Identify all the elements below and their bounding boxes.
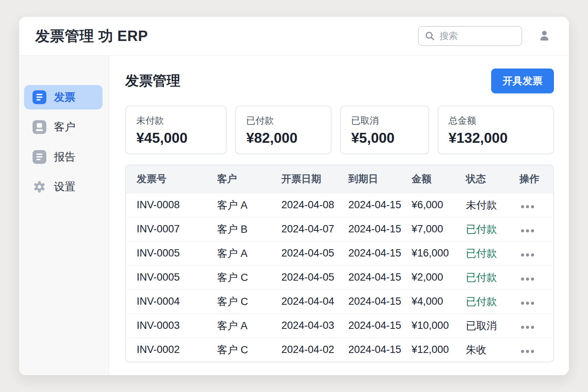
status-badge: 朱收	[466, 338, 519, 362]
stat-value: ¥132,000	[449, 130, 543, 146]
cell-issue-date: 2024-04-03	[281, 314, 348, 338]
row-actions-button[interactable]	[519, 226, 536, 235]
cell-due-date: 2024-04-15	[348, 338, 412, 362]
stat-label: 未付款	[136, 114, 216, 127]
cell-invoice-no: INV-0005	[126, 241, 217, 265]
sidebar-item-label: 设置	[54, 180, 75, 194]
search-placeholder: 搜索	[439, 30, 458, 42]
invoice-icon	[33, 90, 46, 104]
cell-amount: ¥7,000	[412, 217, 466, 241]
stat-label: 已取消	[351, 114, 418, 127]
cell-customer: 客户 A	[217, 193, 281, 217]
row-actions-button[interactable]	[519, 323, 536, 332]
status-badge: 已付款	[466, 241, 519, 265]
cell-amount: ¥2,000	[412, 265, 466, 289]
page-head: 发票管理 开具发票	[125, 69, 554, 93]
cell-issue-date: 2024-04-02	[281, 338, 348, 362]
sidebar-item-label: 发票	[54, 90, 75, 105]
table-row: INV-0004 客户 C 2024-04-04 2024-04-15 ¥4,0…	[126, 289, 554, 314]
sidebar: 发票 客户 报告 设置	[19, 56, 109, 375]
cell-invoice-no: INV-0005	[126, 265, 217, 289]
cell-amount: ¥16,000	[412, 241, 466, 265]
search-input[interactable]: 搜索	[418, 26, 522, 46]
status-badge: 未付款	[466, 193, 519, 217]
cell-issue-date: 2024-04-04	[281, 289, 348, 314]
cell-due-date: 2024-04-15	[348, 289, 412, 314]
stat-value: ¥45,000	[136, 130, 216, 146]
col-actions: 操作	[519, 165, 554, 193]
stat-cards: 未付款 ¥45,000 已付款 ¥82,000 已取消 ¥5,000 总金额 ¥…	[125, 106, 554, 154]
app-title: 发票管理 功 ERP	[35, 26, 148, 46]
stat-card-unpaid: 未付款 ¥45,000	[125, 106, 227, 154]
app-body: 发票 客户 报告 设置 发	[19, 56, 569, 375]
col-amount: 金额	[412, 165, 466, 193]
cell-issue-date: 2024-04-07	[281, 217, 348, 241]
status-badge: 已付款	[466, 289, 519, 314]
sidebar-item-customers[interactable]: 客户	[24, 115, 103, 139]
cell-customer: 客户 A	[217, 241, 281, 265]
cell-invoice-no: INV-0002	[126, 338, 217, 362]
reports-icon	[33, 150, 46, 164]
row-actions-button[interactable]	[519, 250, 536, 260]
cell-amount: ¥4,000	[412, 289, 466, 314]
user-avatar-icon[interactable]	[537, 28, 552, 44]
customers-icon	[33, 120, 46, 134]
cell-customer: 客户 A	[217, 314, 281, 338]
cell-amount: ¥12,000	[412, 338, 466, 362]
stat-card-total: 总金额 ¥132,000	[438, 106, 554, 154]
row-actions-button[interactable]	[519, 202, 536, 211]
search-icon	[425, 31, 435, 41]
cell-invoice-no: INV-0007	[126, 217, 217, 241]
cell-due-date: 2024-04-15	[348, 241, 412, 265]
table-row: INV-0008 客户 A 2024-04-08 2024-04-15 ¥6,0…	[126, 193, 554, 217]
cell-issue-date: 2024-04-05	[281, 265, 348, 289]
main-content: 发票管理 开具发票 未付款 ¥45,000 已付款 ¥82,000 已取消 ¥5…	[109, 56, 569, 375]
cell-invoice-no: INV-0003	[126, 314, 217, 338]
status-badge: 已取消	[466, 314, 519, 338]
create-invoice-button[interactable]: 开具发票	[491, 69, 554, 93]
status-badge: 已付款	[466, 265, 519, 289]
invoice-table: 发票号 客户 开票日期 到期日 金额 状态 操作 INV-0008 客户 A	[125, 165, 554, 363]
stat-card-cancelled: 已取消 ¥5,000	[340, 106, 429, 154]
table-row: INV-0003 客户 A 2024-04-03 2024-04-15 ¥10,…	[126, 314, 554, 338]
cell-amount: ¥6,000	[412, 193, 466, 217]
table-row: INV-0007 客户 B 2024-04-07 2024-04-15 ¥7,0…	[126, 217, 554, 241]
cell-due-date: 2024-04-15	[348, 193, 412, 217]
page-title: 发票管理	[125, 72, 180, 90]
stat-value: ¥5,000	[351, 130, 418, 146]
row-actions-button[interactable]	[519, 274, 536, 284]
table-row: INV-0002 客户 C 2024-04-02 2024-04-15 ¥12,…	[126, 338, 554, 362]
cell-invoice-no: INV-0008	[126, 193, 217, 217]
app-window: 发票管理 功 ERP 搜索 发票	[19, 17, 569, 375]
cell-customer: 客户 C	[217, 289, 281, 314]
cell-issue-date: 2024-04-08	[281, 193, 348, 217]
sidebar-item-settings[interactable]: 设置	[24, 175, 103, 199]
settings-gear-icon	[33, 180, 46, 194]
col-issue-date: 开票日期	[281, 165, 348, 193]
cell-issue-date: 2024-04-05	[281, 241, 348, 265]
col-status: 状态	[466, 165, 519, 193]
table-row: INV-0005 客户 C 2024-04-05 2024-04-15 ¥2,0…	[126, 265, 554, 289]
cell-due-date: 2024-04-15	[348, 314, 412, 338]
col-due-date: 到期日	[348, 165, 412, 193]
cell-customer: 客户 C	[217, 265, 281, 289]
app-header: 发票管理 功 ERP 搜索	[19, 17, 569, 56]
sidebar-item-label: 客户	[54, 120, 75, 134]
sidebar-item-reports[interactable]: 报告	[24, 145, 103, 169]
stat-value: ¥82,000	[246, 130, 320, 146]
stat-label: 已付款	[246, 114, 320, 127]
row-actions-button[interactable]	[519, 299, 536, 308]
sidebar-item-invoices[interactable]: 发票	[24, 85, 103, 109]
cell-customer: 客户 B	[217, 217, 281, 241]
sidebar-item-label: 报告	[54, 150, 75, 164]
cell-due-date: 2024-04-15	[348, 265, 412, 289]
stat-card-paid: 已付款 ¥82,000	[235, 106, 332, 154]
col-customer: 客户	[217, 165, 281, 193]
row-actions-button[interactable]	[519, 347, 536, 356]
col-invoice-no: 发票号	[126, 165, 217, 193]
cell-invoice-no: INV-0004	[126, 289, 217, 314]
header-right: 搜索	[418, 26, 552, 46]
table-row: INV-0005 客户 A 2024-04-05 2024-04-15 ¥16,…	[126, 241, 554, 265]
table-header-row: 发票号 客户 开票日期 到期日 金额 状态 操作	[126, 165, 554, 193]
cell-amount: ¥10,000	[412, 314, 466, 338]
